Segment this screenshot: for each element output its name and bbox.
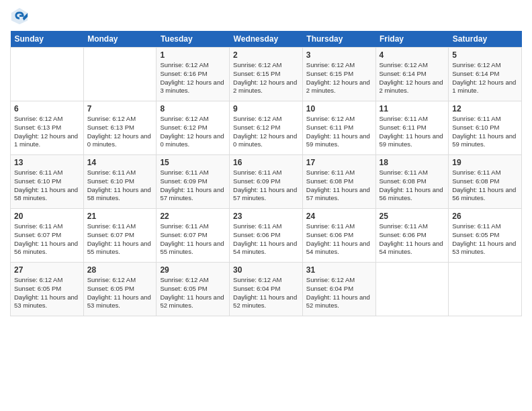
day-number: 21 — [87, 212, 153, 221]
day-info: Sunrise: 6:11 AM Sunset: 6:08 PM Dayligh… — [306, 169, 372, 203]
calendar-cell: 19Sunrise: 6:11 AM Sunset: 6:08 PM Dayli… — [449, 155, 522, 209]
calendar-cell: 15Sunrise: 6:11 AM Sunset: 6:09 PM Dayli… — [157, 155, 230, 209]
day-number: 27 — [14, 265, 80, 275]
calendar-week-4: 20Sunrise: 6:11 AM Sunset: 6:07 PM Dayli… — [11, 209, 522, 263]
calendar-cell: 28Sunrise: 6:12 AM Sunset: 6:05 PM Dayli… — [83, 263, 157, 316]
logo-icon — [10, 7, 29, 26]
calendar-header-friday: Friday — [375, 31, 449, 48]
calendar-week-5: 27Sunrise: 6:12 AM Sunset: 6:05 PM Dayli… — [11, 263, 522, 316]
day-number: 9 — [233, 104, 299, 113]
day-number: 31 — [306, 265, 372, 275]
calendar-header-row: SundayMondayTuesdayWednesdayThursdayFrid… — [11, 31, 522, 48]
calendar-cell: 29Sunrise: 6:12 AM Sunset: 6:05 PM Dayli… — [157, 263, 230, 316]
calendar-cell: 5Sunrise: 6:12 AM Sunset: 6:14 PM Daylig… — [449, 48, 522, 101]
day-info: Sunrise: 6:11 AM Sunset: 6:07 PM Dayligh… — [160, 222, 226, 257]
day-number: 13 — [14, 158, 80, 167]
day-number: 15 — [160, 158, 226, 167]
calendar-cell: 30Sunrise: 6:12 AM Sunset: 6:04 PM Dayli… — [230, 263, 303, 316]
calendar-header-monday: Monday — [83, 31, 157, 48]
day-number: 12 — [452, 104, 518, 113]
day-info: Sunrise: 6:11 AM Sunset: 6:10 PM Dayligh… — [87, 169, 153, 203]
calendar-cell: 8Sunrise: 6:12 AM Sunset: 6:12 PM Daylig… — [157, 101, 230, 155]
day-number: 7 — [87, 104, 153, 113]
day-number: 29 — [160, 265, 226, 275]
calendar-header-tuesday: Tuesday — [157, 31, 230, 48]
day-info: Sunrise: 6:11 AM Sunset: 6:11 PM Dayligh… — [380, 115, 445, 149]
day-info: Sunrise: 6:11 AM Sunset: 6:06 PM Dayligh… — [306, 222, 372, 257]
day-info: Sunrise: 6:12 AM Sunset: 6:11 PM Dayligh… — [306, 115, 372, 149]
calendar-cell: 17Sunrise: 6:11 AM Sunset: 6:08 PM Dayli… — [302, 155, 375, 209]
day-number: 30 — [233, 265, 299, 275]
calendar-cell: 22Sunrise: 6:11 AM Sunset: 6:07 PM Dayli… — [157, 209, 230, 263]
page-container: SundayMondayTuesdayWednesdayThursdayFrid… — [0, 0, 532, 323]
calendar-cell: 24Sunrise: 6:11 AM Sunset: 6:06 PM Dayli… — [302, 209, 375, 263]
day-number: 11 — [380, 104, 445, 113]
day-info: Sunrise: 6:12 AM Sunset: 6:16 PM Dayligh… — [160, 61, 226, 95]
day-info: Sunrise: 6:12 AM Sunset: 6:04 PM Dayligh… — [233, 276, 299, 310]
calendar-cell — [83, 48, 157, 101]
day-info: Sunrise: 6:12 AM Sunset: 6:12 PM Dayligh… — [233, 115, 299, 149]
day-number: 17 — [306, 158, 372, 167]
calendar-cell: 21Sunrise: 6:11 AM Sunset: 6:07 PM Dayli… — [83, 209, 157, 263]
day-info: Sunrise: 6:11 AM Sunset: 6:09 PM Dayligh… — [233, 169, 299, 203]
day-info: Sunrise: 6:12 AM Sunset: 6:05 PM Dayligh… — [14, 276, 80, 310]
day-number: 20 — [14, 212, 80, 221]
day-info: Sunrise: 6:11 AM Sunset: 6:10 PM Dayligh… — [452, 115, 518, 149]
calendar-header-thursday: Thursday — [302, 31, 375, 48]
day-info: Sunrise: 6:12 AM Sunset: 6:13 PM Dayligh… — [87, 115, 153, 149]
day-number: 14 — [87, 158, 153, 167]
calendar-cell: 23Sunrise: 6:11 AM Sunset: 6:06 PM Dayli… — [230, 209, 303, 263]
day-number: 5 — [452, 50, 518, 60]
day-info: Sunrise: 6:11 AM Sunset: 6:09 PM Dayligh… — [160, 169, 226, 203]
day-number: 23 — [233, 212, 299, 221]
day-number: 25 — [380, 212, 445, 221]
calendar-header-saturday: Saturday — [449, 31, 522, 48]
page-header — [10, 7, 522, 26]
day-number: 26 — [452, 212, 518, 221]
day-number: 19 — [452, 158, 518, 167]
day-info: Sunrise: 6:11 AM Sunset: 6:07 PM Dayligh… — [14, 222, 80, 257]
calendar-cell: 25Sunrise: 6:11 AM Sunset: 6:06 PM Dayli… — [375, 209, 449, 263]
calendar-cell: 18Sunrise: 6:11 AM Sunset: 6:08 PM Dayli… — [375, 155, 449, 209]
day-number: 1 — [160, 50, 226, 60]
calendar-cell: 9Sunrise: 6:12 AM Sunset: 6:12 PM Daylig… — [230, 101, 303, 155]
day-number: 16 — [233, 158, 299, 167]
calendar-cell: 3Sunrise: 6:12 AM Sunset: 6:15 PM Daylig… — [302, 48, 375, 101]
calendar-cell: 14Sunrise: 6:11 AM Sunset: 6:10 PM Dayli… — [83, 155, 157, 209]
calendar-cell: 11Sunrise: 6:11 AM Sunset: 6:11 PM Dayli… — [375, 101, 449, 155]
calendar-cell: 7Sunrise: 6:12 AM Sunset: 6:13 PM Daylig… — [83, 101, 157, 155]
day-info: Sunrise: 6:11 AM Sunset: 6:05 PM Dayligh… — [452, 222, 518, 257]
calendar-table: SundayMondayTuesdayWednesdayThursdayFrid… — [10, 31, 522, 316]
day-info: Sunrise: 6:11 AM Sunset: 6:08 PM Dayligh… — [452, 169, 518, 203]
day-info: Sunrise: 6:11 AM Sunset: 6:06 PM Dayligh… — [233, 222, 299, 257]
calendar-cell: 4Sunrise: 6:12 AM Sunset: 6:14 PM Daylig… — [375, 48, 449, 101]
day-info: Sunrise: 6:12 AM Sunset: 6:04 PM Dayligh… — [306, 276, 372, 310]
day-info: Sunrise: 6:12 AM Sunset: 6:05 PM Dayligh… — [87, 276, 153, 310]
day-number: 22 — [160, 212, 226, 221]
day-number: 6 — [14, 104, 80, 113]
calendar-week-2: 6Sunrise: 6:12 AM Sunset: 6:13 PM Daylig… — [11, 101, 522, 155]
day-info: Sunrise: 6:12 AM Sunset: 6:13 PM Dayligh… — [14, 115, 80, 149]
day-info: Sunrise: 6:11 AM Sunset: 6:08 PM Dayligh… — [380, 169, 445, 203]
day-number: 18 — [380, 158, 445, 167]
calendar-cell: 20Sunrise: 6:11 AM Sunset: 6:07 PM Dayli… — [11, 209, 84, 263]
calendar-cell — [375, 263, 449, 316]
day-info: Sunrise: 6:12 AM Sunset: 6:14 PM Dayligh… — [452, 61, 518, 95]
day-number: 10 — [306, 104, 372, 113]
day-info: Sunrise: 6:11 AM Sunset: 6:07 PM Dayligh… — [87, 222, 153, 257]
logo — [10, 7, 32, 26]
calendar-cell — [449, 263, 522, 316]
calendar-header-wednesday: Wednesday — [230, 31, 303, 48]
calendar-cell: 2Sunrise: 6:12 AM Sunset: 6:15 PM Daylig… — [230, 48, 303, 101]
calendar-cell: 27Sunrise: 6:12 AM Sunset: 6:05 PM Dayli… — [11, 263, 84, 316]
calendar-cell: 31Sunrise: 6:12 AM Sunset: 6:04 PM Dayli… — [302, 263, 375, 316]
calendar-cell: 6Sunrise: 6:12 AM Sunset: 6:13 PM Daylig… — [11, 101, 84, 155]
day-number: 28 — [87, 265, 153, 275]
day-info: Sunrise: 6:12 AM Sunset: 6:15 PM Dayligh… — [306, 61, 372, 95]
calendar-cell: 13Sunrise: 6:11 AM Sunset: 6:10 PM Dayli… — [11, 155, 84, 209]
calendar-cell: 10Sunrise: 6:12 AM Sunset: 6:11 PM Dayli… — [302, 101, 375, 155]
calendar-header-sunday: Sunday — [11, 31, 84, 48]
calendar-cell — [11, 48, 84, 101]
day-number: 24 — [306, 212, 372, 221]
day-number: 2 — [233, 50, 299, 60]
